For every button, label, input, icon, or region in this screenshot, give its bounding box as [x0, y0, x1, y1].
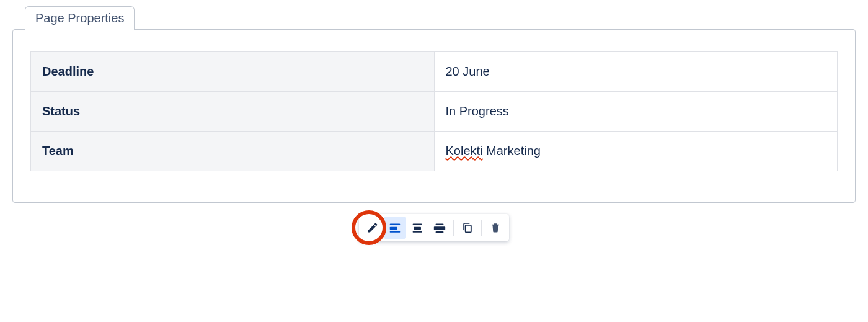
spellcheck-word: Kolekti	[446, 144, 483, 158]
page-properties-panel: Deadline20 JuneStatusIn ProgressTeamKole…	[12, 29, 856, 203]
pencil-icon	[366, 221, 379, 234]
property-label: Status	[31, 92, 435, 132]
property-label: Deadline	[31, 52, 435, 92]
property-label: Team	[31, 132, 435, 171]
table-row: StatusIn Progress	[31, 92, 838, 132]
svg-rect-1	[390, 227, 397, 230]
table-row: TeamKolekti Marketing	[31, 132, 838, 171]
properties-table-body: Deadline20 JuneStatusIn ProgressTeamKole…	[31, 52, 838, 171]
svg-rect-9	[466, 225, 471, 233]
copy-button[interactable]	[456, 217, 479, 239]
toolbar-separator	[453, 220, 454, 236]
align-left-icon	[388, 221, 402, 235]
delete-button[interactable]	[484, 217, 507, 239]
align-center-icon	[410, 221, 424, 235]
properties-table: Deadline20 JuneStatusIn ProgressTeamKole…	[30, 51, 838, 171]
align-center-button[interactable]	[406, 217, 428, 239]
align-left-button[interactable]	[384, 217, 406, 239]
svg-rect-2	[390, 231, 401, 233]
tab-page-properties[interactable]: Page Properties	[25, 6, 135, 30]
svg-rect-4	[414, 227, 421, 230]
property-value[interactable]: 20 June	[434, 52, 838, 92]
svg-rect-7	[434, 226, 445, 230]
macro-toolbar	[359, 214, 509, 241]
svg-rect-8	[436, 231, 444, 233]
svg-rect-0	[390, 224, 401, 225]
svg-rect-3	[413, 224, 422, 225]
property-value[interactable]: Kolekti Marketing	[434, 132, 838, 171]
property-value[interactable]: In Progress	[434, 92, 838, 132]
table-row: Deadline20 June	[31, 52, 838, 92]
trash-icon	[490, 222, 501, 233]
edit-button[interactable]	[361, 217, 384, 239]
svg-rect-6	[436, 224, 444, 225]
svg-rect-5	[413, 231, 422, 233]
align-wide-button[interactable]	[428, 217, 451, 239]
align-wide-icon	[433, 221, 446, 235]
copy-icon	[461, 221, 474, 234]
toolbar-separator	[481, 220, 482, 236]
